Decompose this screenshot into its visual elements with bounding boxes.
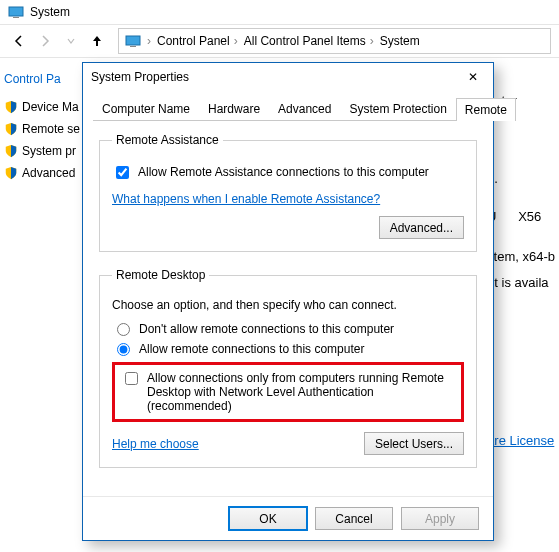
svg-rect-1 [13, 17, 19, 18]
address-bar[interactable]: › Control Panel› All Control Panel Items… [118, 28, 551, 54]
rd-allow-radio[interactable] [117, 343, 130, 356]
tab-computer-name[interactable]: Computer Name [93, 97, 199, 120]
group-legend: Remote Assistance [112, 133, 223, 147]
tab-system-protection[interactable]: System Protection [340, 97, 455, 120]
nav-up-button[interactable] [86, 30, 108, 52]
remote-assistance-help-link[interactable]: What happens when I enable Remote Assist… [112, 192, 380, 206]
rd-intro-text: Choose an option, and then specify who c… [112, 298, 464, 312]
help-me-choose-link[interactable]: Help me choose [112, 437, 199, 451]
ok-button[interactable]: OK [229, 507, 307, 530]
system-icon [8, 4, 24, 20]
radio-label: Allow remote connections to this compute… [139, 342, 364, 356]
rd-dont-allow-radio[interactable] [117, 323, 130, 336]
nav-recent-dropdown[interactable] [60, 30, 82, 52]
tab-strip: Computer Name Hardware Advanced System P… [93, 97, 483, 121]
group-legend: Remote Desktop [112, 268, 209, 282]
close-button[interactable]: ✕ [461, 70, 485, 84]
tab-remote[interactable]: Remote [456, 98, 516, 121]
shield-icon [4, 166, 18, 180]
checkbox-label: Allow Remote Assistance connections to t… [138, 165, 429, 179]
breadcrumb-item[interactable]: All Control Panel Items› [244, 34, 374, 48]
breadcrumb-item[interactable]: Control Panel› [157, 34, 238, 48]
system-icon [125, 33, 141, 49]
radio-label: Don't allow remote connections to this c… [139, 322, 394, 336]
nav-back-button[interactable] [8, 30, 30, 52]
remote-desktop-group: Remote Desktop Choose an option, and the… [99, 268, 477, 468]
nav-forward-button[interactable] [34, 30, 56, 52]
chevron-right-icon: › [234, 34, 238, 48]
select-users-button[interactable]: Select Users... [364, 432, 464, 455]
remote-assistance-advanced-button[interactable]: Advanced... [379, 216, 464, 239]
svg-rect-3 [130, 46, 136, 47]
dialog-title: System Properties [91, 70, 189, 84]
tab-advanced[interactable]: Advanced [269, 97, 340, 120]
shield-icon [4, 122, 18, 136]
shield-icon [4, 144, 18, 158]
nla-checkbox[interactable] [125, 372, 138, 385]
cancel-button[interactable]: Cancel [315, 507, 393, 530]
remote-assistance-group: Remote Assistance Allow Remote Assistanc… [99, 133, 477, 252]
chevron-right-icon: › [370, 34, 374, 48]
allow-remote-assistance-checkbox[interactable] [116, 166, 129, 179]
shield-icon [4, 100, 18, 114]
background-content-fragments: puter d. U X56 stem, x64-b ut is availa … [487, 88, 555, 454]
system-properties-dialog: System Properties ✕ Computer Name Hardwa… [82, 62, 494, 541]
svg-rect-0 [9, 7, 23, 16]
checkbox-label: Allow connections only from computers ru… [147, 371, 455, 413]
chevron-right-icon: › [147, 34, 151, 48]
license-link[interactable]: are License [487, 433, 554, 448]
breadcrumb-item[interactable]: System [380, 34, 420, 48]
tab-hardware[interactable]: Hardware [199, 97, 269, 120]
apply-button[interactable]: Apply [401, 507, 479, 530]
annotation-highlight: Allow connections only from computers ru… [112, 362, 464, 422]
svg-rect-2 [126, 36, 140, 45]
window-title: System [30, 5, 70, 19]
